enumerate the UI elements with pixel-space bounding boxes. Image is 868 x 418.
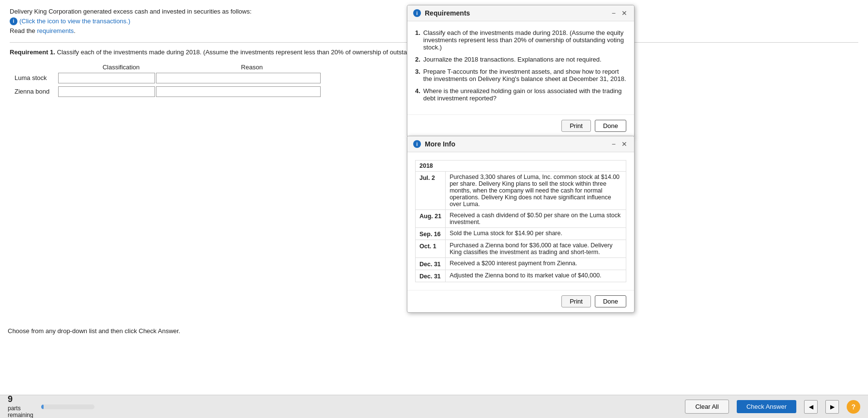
table-row: Aug. 21 Received a cash dividend of $0.5… bbox=[416, 210, 626, 228]
zienna-classification-input[interactable] bbox=[58, 86, 155, 97]
parts-remaining: 9 partsremaining bbox=[8, 394, 33, 398]
col-classification-header: Classification bbox=[73, 64, 170, 71]
req-list: 1. Classify each of the investments made… bbox=[415, 29, 626, 102]
date-aug21: Aug. 21 bbox=[416, 210, 446, 228]
req-panel-icon: i bbox=[413, 9, 421, 17]
req-done-button[interactable]: Done bbox=[595, 120, 626, 132]
more-info-panel-body: 2018 Jul. 2 Purchased 3,300 shares of Lu… bbox=[407, 152, 634, 290]
req-panel-body: 1. Classify each of the investments made… bbox=[407, 21, 634, 114]
req-print-button[interactable]: Print bbox=[561, 120, 591, 132]
main-content: Delivery King Corporation generated exce… bbox=[0, 0, 868, 398]
table-row: Sep. 16 Sold the Luma stock for $14.90 p… bbox=[416, 228, 626, 240]
year-cell: 2018 bbox=[416, 161, 626, 172]
col-reason-header: Reason bbox=[170, 64, 334, 71]
table-row: Dec. 31 Adjusted the Zienna bond to its … bbox=[416, 270, 626, 282]
parts-remaining-num: 9 bbox=[8, 394, 33, 398]
desc-dec31-1: Received a $200 interest payment from Zi… bbox=[446, 258, 626, 270]
req-body: Classify each of the investments made du… bbox=[55, 48, 461, 56]
req-item-2: Journalize the 2018 transactions. Explan… bbox=[423, 56, 602, 63]
more-info-close-button[interactable]: ✕ bbox=[620, 140, 628, 148]
luma-reason-input[interactable] bbox=[156, 73, 321, 83]
desc-dec31-2: Adjusted the Zienna bond to its market v… bbox=[446, 270, 626, 282]
req-label: Requirement 1. bbox=[10, 48, 55, 56]
desc-sep16: Sold the Luma stock for $14.90 per share… bbox=[446, 228, 626, 240]
req-close-button[interactable]: ✕ bbox=[620, 9, 628, 17]
req-minimize-button[interactable]: − bbox=[611, 9, 617, 17]
row-zienna-label: Zienna bond bbox=[15, 88, 58, 95]
req-item-1: Classify each of the investments made du… bbox=[423, 29, 626, 51]
date-dec31-1: Dec. 31 bbox=[416, 258, 446, 270]
more-info-panel-footer: Print Done bbox=[407, 290, 634, 312]
transactions-table: 2018 Jul. 2 Purchased 3,300 shares of Lu… bbox=[415, 160, 626, 282]
requirements-panel: i Requirements − ✕ 1. Classify each of t… bbox=[407, 5, 635, 137]
choose-text: Choose from any drop-down list and then … bbox=[8, 327, 180, 335]
list-item: 2. Journalize the 2018 transactions. Exp… bbox=[415, 56, 626, 63]
table-row: Jul. 2 Purchased 3,300 shares of Luma, I… bbox=[416, 172, 626, 210]
luma-classification-input[interactable] bbox=[58, 73, 155, 83]
bottom-bar: 9 partsremaining Clear All Check Answer … bbox=[0, 395, 868, 398]
list-item: 4. Where is the unrealized holding gain … bbox=[415, 87, 626, 102]
date-dec31-2: Dec. 31 bbox=[416, 270, 446, 282]
table-row: Dec. 31 Received a $200 interest payment… bbox=[416, 258, 626, 270]
more-info-done-button[interactable]: Done bbox=[595, 295, 626, 307]
list-item: 1. Classify each of the investments made… bbox=[415, 29, 626, 51]
table-row: Oct. 1 Purchased a Zienna bond for $36,0… bbox=[416, 240, 626, 258]
date-jul2: Jul. 2 bbox=[416, 172, 446, 210]
info-icon: i bbox=[10, 17, 17, 25]
more-info-panel-title: More Info bbox=[425, 140, 455, 148]
more-info-print-button[interactable]: Print bbox=[561, 295, 591, 307]
click-icon-link[interactable]: i (Click the icon to view the transactio… bbox=[10, 17, 130, 25]
panel-header-more-info: i More Info − ✕ bbox=[407, 136, 634, 152]
row-luma-label: Luma stock bbox=[15, 74, 58, 81]
requirements-link[interactable]: requirements bbox=[37, 27, 74, 34]
more-info-panel-icon: i bbox=[413, 140, 421, 148]
click-text: (Click the icon to view the transactions… bbox=[19, 17, 130, 25]
req-panel-footer: Print Done bbox=[407, 114, 634, 137]
list-item: 3. Prepare T-accounts for the investment… bbox=[415, 68, 626, 82]
panel-header-requirements: i Requirements − ✕ bbox=[407, 5, 634, 21]
desc-jul2: Purchased 3,300 shares of Luma, Inc. com… bbox=[446, 172, 626, 210]
desc-aug21: Received a cash dividend of $0.50 per sh… bbox=[446, 210, 626, 228]
desc-oct1: Purchased a Zienna bond for $36,000 at f… bbox=[446, 240, 626, 258]
req-item-4: Where is the unrealized holding gain or … bbox=[423, 87, 626, 102]
req-panel-title: Requirements bbox=[425, 9, 470, 17]
date-oct1: Oct. 1 bbox=[416, 240, 446, 258]
table-row: 2018 bbox=[416, 161, 626, 172]
intro-text: Delivery King Corporation generated exce… bbox=[10, 8, 251, 15]
more-info-minimize-button[interactable]: − bbox=[611, 140, 617, 148]
req-item-3: Prepare T-accounts for the investment as… bbox=[423, 68, 626, 82]
date-sep16: Sep. 16 bbox=[416, 228, 446, 240]
zienna-reason-input[interactable] bbox=[156, 86, 321, 97]
more-info-panel: i More Info − ✕ 2018 Jul. 2 Purchased 3,… bbox=[407, 136, 635, 313]
